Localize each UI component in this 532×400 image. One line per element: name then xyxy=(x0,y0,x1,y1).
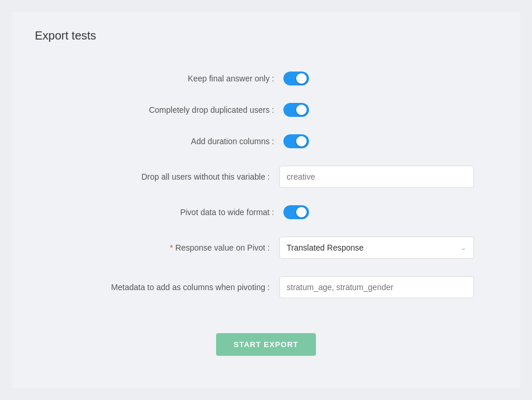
control-drop-users-variable xyxy=(279,166,474,188)
form-row-pivot-data: Pivot data to wide format : xyxy=(63,205,469,219)
drop-users-variable-input[interactable] xyxy=(279,166,474,188)
button-row: START EXPORT xyxy=(216,322,315,356)
label-pivot-data: Pivot data to wide format : xyxy=(63,208,283,217)
control-duration-columns xyxy=(283,134,469,148)
form-row-keep-final-answer: Keep final answer only : xyxy=(63,72,469,85)
form-row-drop-users-variable: Drop all users without this variable : xyxy=(63,166,469,188)
label-metadata-columns: Metadata to add as columns when pivoting… xyxy=(59,283,279,292)
label-duration-columns: Add duration columns : xyxy=(63,137,283,146)
form-area: Keep final answer only : Completely drop… xyxy=(35,72,497,356)
toggle-slider-duration-columns xyxy=(283,134,309,148)
chevron-down-icon: ⌄ xyxy=(461,244,466,252)
label-drop-users-variable: Drop all users without this variable : xyxy=(59,172,279,181)
response-value-select-wrapper: Translated Response ⌄ xyxy=(279,237,474,259)
toggle-drop-duplicated[interactable] xyxy=(283,103,309,117)
toggle-slider-keep-final-answer xyxy=(283,72,309,85)
toggle-slider-pivot-data xyxy=(283,205,309,219)
form-row-response-value-pivot: *Response value on Pivot : Translated Re… xyxy=(63,237,469,259)
page-container: Export tests Keep final answer only : Co… xyxy=(12,12,520,388)
response-value-select[interactable]: Translated Response ⌄ xyxy=(279,237,474,259)
control-drop-duplicated xyxy=(283,103,469,117)
toggle-pivot-data[interactable] xyxy=(283,205,309,219)
toggle-duration-columns[interactable] xyxy=(283,134,309,148)
form-row-metadata-columns: Metadata to add as columns when pivoting… xyxy=(63,276,469,298)
control-keep-final-answer xyxy=(283,72,469,85)
toggle-keep-final-answer[interactable] xyxy=(283,72,309,85)
selected-value: Translated Response xyxy=(287,243,364,252)
control-pivot-data xyxy=(283,205,469,219)
form-row-drop-duplicated: Completely drop duplicated users : xyxy=(63,103,469,117)
toggle-slider-drop-duplicated xyxy=(283,103,309,117)
page-title: Export tests xyxy=(35,29,497,42)
control-metadata-columns xyxy=(279,276,474,298)
form-row-duration-columns: Add duration columns : xyxy=(63,134,469,148)
control-response-value-pivot: Translated Response ⌄ xyxy=(279,237,474,259)
start-export-button[interactable]: START EXPORT xyxy=(216,333,315,356)
metadata-columns-input[interactable] xyxy=(279,276,474,298)
label-keep-final-answer: Keep final answer only : xyxy=(63,74,283,83)
label-drop-duplicated: Completely drop duplicated users : xyxy=(63,105,283,115)
label-response-value-pivot: *Response value on Pivot : xyxy=(59,243,279,252)
required-star: * xyxy=(170,243,172,252)
